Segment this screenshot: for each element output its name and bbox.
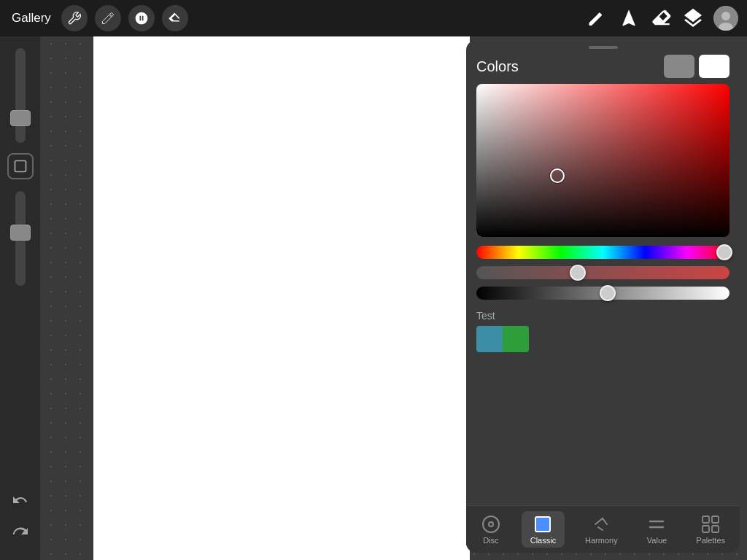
svg-point-1 [721,12,730,20]
tab-palettes[interactable]: Palettes [687,511,734,548]
erase-icon [168,11,182,26]
value-tab-label: Value [647,536,667,545]
opacity-slider[interactable] [15,191,26,286]
eraser-tool-button[interactable] [649,7,673,30]
ink-tool-button[interactable] [617,7,640,30]
hue-slider[interactable] [476,246,729,259]
panel-header: Colors [466,52,740,84]
undo-button[interactable] [7,487,34,513]
value-slider[interactable] [476,287,729,300]
value-icon [646,514,667,534]
redo-icon [12,524,29,541]
palette-colors [476,326,729,352]
disc-tab-icon [481,514,501,534]
shape-button[interactable] [7,153,34,179]
harmony-tab-label: Harmony [585,536,618,545]
svg-rect-12 [712,526,719,532]
svg-point-4 [483,516,499,532]
sat-slider-knob[interactable] [570,265,586,281]
palettes-icon [700,514,721,534]
layers-icon [681,7,705,30]
opacity-thumb[interactable] [10,225,31,241]
harmony-tab-icon [591,514,611,534]
bottom-tabs: Disc Classic Harmony [466,505,740,553]
brush-size-thumb[interactable] [10,110,31,126]
layers-button[interactable] [681,7,705,30]
eraser-icon [651,8,671,28]
palette-section: Test [466,306,740,358]
inactive-color-swatch[interactable] [699,55,729,78]
saturation-slider[interactable] [476,266,729,279]
val-slider-knob[interactable] [600,285,616,301]
svg-point-5 [489,522,493,526]
tab-value[interactable]: Value [638,511,676,548]
color-gradient-picker[interactable] [476,84,729,237]
wrench-icon [67,11,82,26]
erase-button[interactable] [162,5,188,31]
brush-modify-icon [101,11,115,26]
palette-label: Test [476,310,729,322]
ink-icon [619,8,639,28]
redo-button[interactable] [7,519,34,545]
color-swatches [664,55,729,78]
undo-icon [12,491,29,509]
value-tab-icon [646,514,667,534]
hue-slider-bg [476,246,729,259]
panel-title: Colors [476,58,519,75]
left-sidebar [0,36,40,560]
palettes-tab-icon [700,514,721,534]
palettes-tab-label: Palettes [696,536,725,545]
drawing-canvas[interactable] [93,36,470,560]
colors-panel: Colors Test [466,40,740,553]
palette-color-green[interactable] [503,326,529,352]
disc-icon [481,514,501,534]
svg-rect-9 [703,516,709,523]
active-color-swatch[interactable] [664,55,694,78]
palette-color-teal[interactable] [476,326,503,352]
gallery-button[interactable]: Gallery [9,11,54,26]
svg-rect-10 [712,516,719,523]
undo-redo-area [7,487,34,545]
disc-tab-label: Disc [483,536,498,545]
smudge-button[interactable] [128,5,155,31]
pen-icon [587,8,607,28]
classic-tab-label: Classic [530,536,556,545]
toolbar-right [585,6,738,31]
tab-harmony[interactable]: Harmony [576,511,627,548]
svg-rect-11 [703,526,709,532]
tab-disc[interactable]: Disc [472,511,510,548]
gradient-dark [476,84,729,237]
top-toolbar: Gallery [0,0,747,36]
sliders-area [466,237,740,306]
hue-slider-knob[interactable] [716,244,732,260]
wrench-button[interactable] [61,5,88,31]
avatar[interactable] [713,6,738,31]
avatar-icon [713,6,738,31]
brush-size-slider[interactable] [15,48,26,143]
smudge-icon [134,11,149,26]
pen-tool-button[interactable] [585,7,608,30]
svg-rect-3 [15,161,26,172]
svg-rect-6 [535,517,550,532]
tab-classic[interactable]: Classic [522,511,565,548]
harmony-icon [591,514,611,534]
sat-slider-bg [476,266,729,279]
brush-modify-button[interactable] [95,5,121,31]
panel-drag-handle[interactable] [589,46,618,49]
toolbar-left: Gallery [9,5,188,31]
classic-tab-icon [533,514,553,534]
shape-icon [13,159,28,174]
classic-icon [533,514,553,534]
